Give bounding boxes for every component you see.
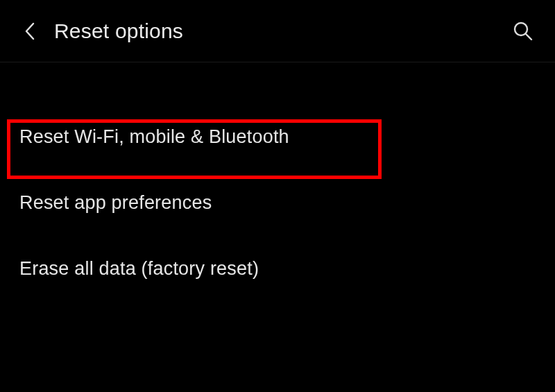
reset-app-preferences[interactable]: Reset app preferences xyxy=(0,171,555,237)
svg-line-1 xyxy=(526,34,531,40)
list-item-label: Reset app preferences xyxy=(19,192,212,213)
erase-all-data[interactable]: Erase all data (factory reset) xyxy=(0,237,555,303)
search-button[interactable] xyxy=(511,19,536,44)
list-item-label: Reset Wi-Fi, mobile & Bluetooth xyxy=(19,126,289,147)
back-button[interactable] xyxy=(19,21,40,42)
list-item-label: Erase all data (factory reset) xyxy=(19,258,259,279)
options-list: Reset Wi-Fi, mobile & Bluetooth Reset ap… xyxy=(0,62,555,303)
reset-wifi-mobile-bluetooth[interactable]: Reset Wi-Fi, mobile & Bluetooth xyxy=(0,105,555,171)
header: Reset options xyxy=(0,0,555,62)
search-icon xyxy=(513,21,533,42)
page-title: Reset options xyxy=(54,19,183,43)
chevron-left-icon xyxy=(24,22,35,41)
